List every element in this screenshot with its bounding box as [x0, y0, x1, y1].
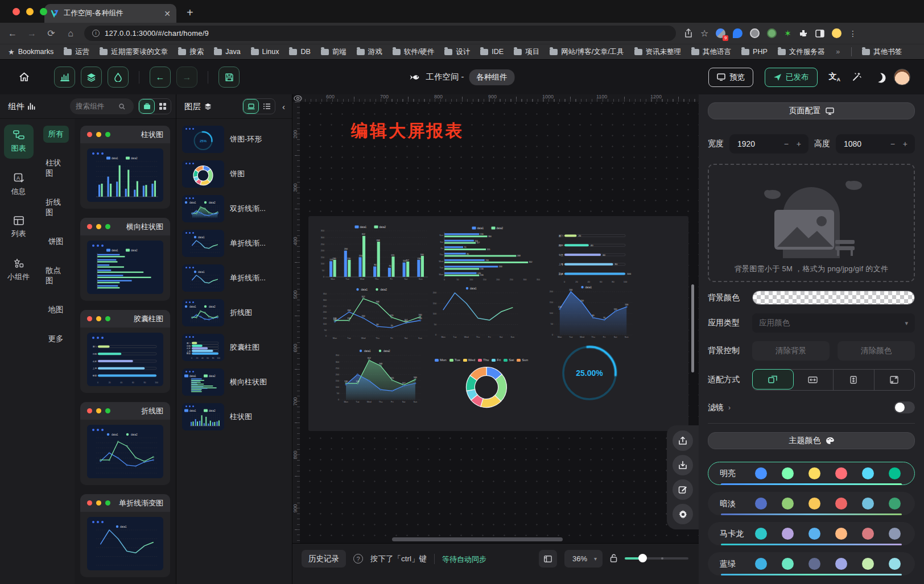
profile-avatar-icon[interactable]: [832, 28, 842, 38]
dark-mode-icon[interactable]: [872, 71, 884, 83]
tab-close-icon[interactable]: ✕: [164, 9, 171, 18]
save-button[interactable]: [218, 67, 240, 88]
extensions-puzzle-icon[interactable]: [799, 29, 808, 38]
home-button[interactable]: ⌂: [65, 28, 76, 39]
bookmark-item[interactable]: 设计: [444, 47, 470, 57]
layer-item[interactable]: data1data2 横向柱状图: [181, 367, 287, 397]
browser-menu-icon[interactable]: ⋮: [849, 29, 857, 38]
bookmark-item[interactable]: 近期需要读的文章: [100, 47, 168, 57]
pie-legend-item[interactable]: Thu: [478, 358, 489, 362]
dashboard-title-text[interactable]: 编辑大屏报表: [351, 119, 464, 143]
height-value[interactable]: 1080: [844, 139, 884, 148]
zoom-slider[interactable]: [625, 557, 688, 560]
component-card[interactable]: 单折线渐变图 data1: [80, 494, 170, 577]
height-stepper[interactable]: 1080 − +: [836, 134, 915, 154]
layer-item[interactable]: 25% 饼图-环形: [181, 125, 287, 154]
gradient-area-chart[interactable]: 0501001502001202001508070110130MonTueWed…: [546, 284, 634, 340]
pie-legend-item[interactable]: Wed: [463, 358, 475, 362]
undo-button[interactable]: ←: [150, 67, 171, 88]
filter-toggle[interactable]: [894, 401, 915, 413]
bookmark-item[interactable]: 资讯未整理: [634, 47, 682, 57]
theme-row[interactable]: 暗淡: [708, 492, 915, 515]
lock-icon[interactable]: [610, 554, 617, 562]
share-icon[interactable]: [684, 28, 693, 38]
bookmark-item[interactable]: 软件/硬件: [393, 47, 434, 57]
single-view-toggle[interactable]: [139, 99, 155, 114]
width-stepper[interactable]: 1920 − +: [729, 134, 808, 154]
dual-line-chart[interactable]: 0501001502002503003501301303122681551171…: [320, 287, 430, 341]
extension-green-icon[interactable]: [767, 28, 777, 38]
bar-chart[interactable]: 0501001502002503003501201302001301503128…: [317, 224, 430, 282]
bookmark-item[interactable]: 网站/博客/文章/工具: [550, 47, 624, 57]
history-button[interactable]: 历史记录: [302, 550, 346, 568]
editor-canvas[interactable]: 6007008009001000110012001300 20030040050…: [292, 94, 699, 584]
layer-item[interactable]: data1 单折线渐...: [181, 263, 287, 293]
bg-color-swatch[interactable]: [752, 291, 915, 305]
bookmark-item[interactable]: 游戏: [357, 47, 382, 57]
preview-button[interactable]: 预览: [708, 68, 753, 87]
category-item[interactable]: 饼图: [43, 233, 69, 250]
bookmark-item[interactable]: 项目: [514, 47, 539, 57]
theme-row[interactable]: 蓝绿: [708, 552, 915, 575]
help-icon[interactable]: ?: [353, 554, 363, 564]
search-component-box[interactable]: [70, 98, 134, 114]
new-tab-button[interactable]: +: [187, 6, 193, 23]
component-card[interactable]: 折线图 data1data2: [80, 402, 170, 485]
home-icon-button[interactable]: [14, 67, 35, 88]
extension-drop-icon[interactable]: [733, 28, 742, 38]
layer-item[interactable]: data1 单折线渐...: [181, 229, 287, 258]
background-upload-dropzone[interactable]: 背景图需小于 5M ，格式为 png/jpg/gif 的文件: [708, 164, 915, 282]
dashboard-preview[interactable]: 0501001502002503003501201302001301503128…: [308, 216, 688, 431]
sidebar-item-小组件[interactable]: 小组件: [4, 253, 34, 287]
bookmark-item[interactable]: DB: [289, 47, 310, 57]
project-name-badge[interactable]: 各种组件: [469, 69, 514, 85]
redo-button[interactable]: →: [176, 67, 197, 88]
progress-ring-chart[interactable]: 25.00%: [560, 344, 618, 402]
layer-item[interactable]: 厦门南阳北京上海新疆020406080100 胶囊柱图: [181, 333, 287, 362]
extension-star-icon[interactable]: ✶: [784, 28, 791, 39]
width-value[interactable]: 1920: [737, 139, 778, 148]
bookmarks-root[interactable]: ★ Bookmarks: [8, 48, 53, 56]
thumbnail-view-toggle[interactable]: [243, 99, 259, 114]
height-decrement[interactable]: −: [889, 139, 897, 148]
dual-area-chart[interactable]: 0501001502002503003501301303122681551171…: [332, 348, 423, 405]
theme-row[interactable]: 明亮: [708, 462, 915, 485]
url-field[interactable]: i 127.0.0.1:3000/#/chart/home/9: [84, 26, 676, 41]
clear-color-button[interactable]: 清除颜色: [838, 341, 915, 361]
search-input[interactable]: [76, 102, 116, 110]
collapse-panel-chevron[interactable]: ‹: [280, 102, 287, 111]
publish-button[interactable]: 已发布: [765, 68, 818, 87]
forward-button[interactable]: →: [26, 28, 38, 39]
ruler-eye-icon[interactable]: [294, 95, 302, 102]
sidebar-item-信息[interactable]: A 信息: [4, 168, 34, 202]
fit-width-button[interactable]: [793, 370, 834, 390]
horizontal-scrollbar[interactable]: [392, 537, 563, 541]
fit-auto-button[interactable]: [752, 369, 794, 390]
site-info-icon[interactable]: i: [92, 30, 100, 37]
pie-legend-item[interactable]: Sat: [504, 358, 514, 362]
theme-color-header[interactable]: 主题颜色: [708, 432, 915, 449]
zoom-slider-knob[interactable]: [638, 554, 647, 562]
zoom-window-button[interactable]: [40, 8, 47, 15]
reload-button[interactable]: ⟳: [46, 28, 57, 39]
user-avatar[interactable]: [894, 69, 910, 85]
zoom-select[interactable]: 36% ▾: [564, 550, 603, 568]
extension-pin-icon[interactable]: 9: [716, 28, 725, 38]
charts-tool-button[interactable]: [54, 67, 75, 88]
back-button[interactable]: ←: [7, 28, 18, 39]
extension-circle-icon[interactable]: [750, 28, 760, 38]
fit-height-button[interactable]: [834, 370, 874, 390]
page-config-header[interactable]: 页面配置: [708, 102, 915, 119]
export-button[interactable]: [673, 430, 693, 451]
pie-legend-item[interactable]: Sun: [517, 358, 528, 362]
pie-legend-item[interactable]: Tue: [449, 358, 460, 362]
component-card[interactable]: 横向柱状图 data1data2: [80, 218, 170, 301]
category-item[interactable]: 所有: [43, 126, 69, 143]
bookmark-item[interactable]: PHP: [741, 47, 768, 57]
edit-button[interactable]: [673, 479, 693, 500]
layer-item[interactable]: data1data2 双折线渐...: [181, 194, 287, 223]
browser-tab[interactable]: 工作空间-各种组件 ✕: [44, 4, 176, 23]
clear-background-button[interactable]: 清除背景: [752, 341, 830, 361]
component-card[interactable]: 柱状图 data1data2: [80, 126, 170, 209]
other-bookmarks[interactable]: 其他书签: [862, 47, 902, 57]
